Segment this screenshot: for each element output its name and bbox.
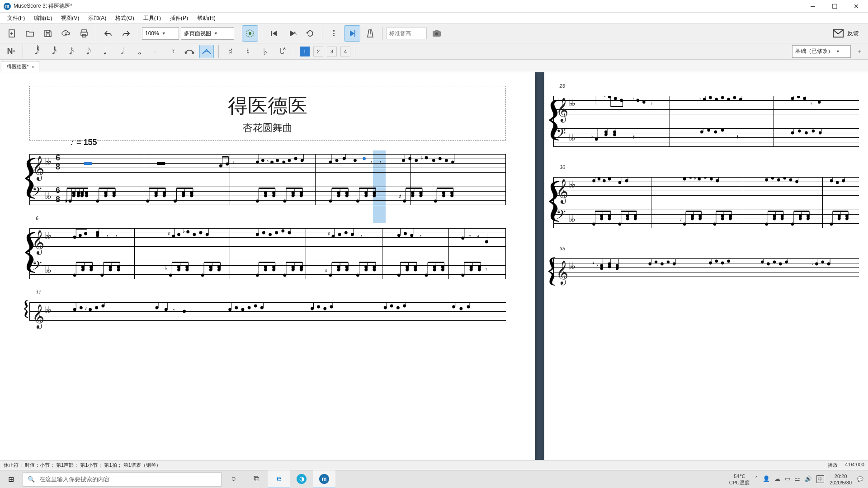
svg-text:𝄽: 𝄽 <box>736 135 738 139</box>
system-p2-1[interactable]: 26 𝄔 𝄞♭♭ ♭♮♮𝄾 ♭ 𝄾 𝄢♭♭ ♭𝄽 𝄽 <box>553 90 859 154</box>
svg-point-139 <box>156 306 159 310</box>
action-center-icon[interactable]: 💬 <box>857 476 863 482</box>
duration-16th-button[interactable]: 𝅘𝅥𝅯 <box>62 45 76 58</box>
dot-button[interactable]: · <box>148 45 162 58</box>
cortana-button[interactable]: ○ <box>222 470 245 488</box>
svg-point-283 <box>608 265 610 268</box>
minimize-button[interactable]: ─ <box>808 3 817 10</box>
duration-32nd-button[interactable]: 𝅘𝅥𝅰 <box>45 45 59 58</box>
document-tab[interactable]: 得医德医* × <box>2 61 39 72</box>
cloud-button[interactable] <box>58 25 74 42</box>
open-button[interactable] <box>22 25 38 42</box>
screenshot-button[interactable] <box>429 25 445 42</box>
tray-ime-icon[interactable]: 中 <box>816 475 824 483</box>
svg-point-116 <box>410 234 413 237</box>
concert-pitch-input[interactable] <box>386 28 427 39</box>
duration-quarter-button[interactable]: 𝅘𝅥 <box>96 45 111 58</box>
flip-button[interactable] <box>275 45 289 58</box>
maximize-button[interactable]: ☐ <box>830 3 839 10</box>
taskbar-search[interactable]: 🔍 在这里输入你要搜索的内容 <box>23 472 222 487</box>
svg-text:𝄾: 𝄾 <box>469 235 471 237</box>
menu-plugins[interactable]: 插件(P) <box>165 13 193 23</box>
new-button[interactable] <box>4 25 20 42</box>
voice-4-button[interactable]: 4 <box>340 47 350 56</box>
loop-button[interactable] <box>302 25 318 42</box>
view-mode-combo[interactable]: 多页面视图▼ <box>181 27 234 40</box>
add-workspace-button[interactable]: + <box>854 47 864 56</box>
flat-button[interactable]: ♭ <box>258 45 272 58</box>
tray-people-icon[interactable]: 👤 <box>763 475 770 483</box>
note-input-mode-button[interactable]: N▾ <box>4 45 18 58</box>
slur-button[interactable] <box>199 45 214 58</box>
system-p2-3[interactable]: 35 𝄔 𝄞♭♭ ♯♯ ♭ <box>553 253 859 294</box>
score-title[interactable]: 得医德医 <box>30 93 505 119</box>
sharp-button[interactable]: ♯ <box>223 45 238 58</box>
tray-wifi-icon[interactable]: ⚍ <box>795 475 800 483</box>
svg-text:𝄾: 𝄾 <box>233 161 235 164</box>
title-frame[interactable]: 得医德医 杏花圆舞曲 <box>29 86 506 141</box>
voice-2-button[interactable]: 2 <box>313 47 323 56</box>
treble-staff[interactable]: 𝄞 ♭♭ 68 ˄ 𝄾 ♯ 𝄾𝄾 ♭ <box>29 154 506 172</box>
score-page-1[interactable]: 得医德医 杏花圆舞曲 ♪ = 155 𝄔 𝄞 ♭♭ 68 <box>0 72 535 460</box>
menu-view[interactable]: 视图(V) <box>57 13 84 23</box>
menu-help[interactable]: 帮助(H) <box>193 13 220 23</box>
menu-format[interactable]: 格式(O) <box>111 13 138 23</box>
score-view[interactable]: 得医德医 杏花圆舞曲 ♪ = 155 𝄔 𝄞 ♭♭ 68 <box>0 72 868 460</box>
tempo-marking[interactable]: ♪ = 155 <box>70 138 97 147</box>
natural-button[interactable]: ♮ <box>241 45 255 58</box>
tab-close-button[interactable]: × <box>31 64 34 70</box>
zoom-combo[interactable]: 100%▼ <box>142 27 179 40</box>
duration-64th-button[interactable]: 𝅘𝅥𝅱 <box>28 45 42 58</box>
edge-taskbar-icon[interactable]: e <box>268 470 290 488</box>
redo-button[interactable] <box>118 25 134 42</box>
system-2[interactable]: 6 𝄔 𝄞♭♭ 𝄾𝄾 ♯♭ ♯𝄾 𝄾 𝄾𝄿 <box>29 223 506 286</box>
svg-point-72 <box>79 234 82 237</box>
svg-point-198 <box>739 98 742 101</box>
svg-point-267 <box>795 180 798 183</box>
menu-file[interactable]: 文件(F) <box>3 13 29 23</box>
feedback-link[interactable]: 反馈 <box>847 29 859 38</box>
midi-button[interactable] <box>242 25 258 42</box>
temperature-widget[interactable]: 54℃ CPU温度 <box>729 473 750 486</box>
svg-point-255 <box>704 177 707 178</box>
repeat-start-button[interactable]: ⦙⦙ <box>326 25 342 42</box>
musescore-taskbar-icon[interactable]: m <box>313 470 335 488</box>
start-button[interactable]: ⊞ <box>0 470 22 488</box>
close-button[interactable]: ✕ <box>852 3 861 10</box>
menu-tools[interactable]: 工具(T) <box>139 13 165 23</box>
app-taskbar-icon[interactable]: ◑ <box>290 470 313 488</box>
metronome-button[interactable] <box>362 25 378 42</box>
menu-bar: 文件(F) 编辑(E) 视图(V) 添加(A) 格式(O) 工具(T) 插件(P… <box>0 13 868 23</box>
bass-staff[interactable]: 𝄢 ♭♭ 68 ♯ <box>29 187 506 205</box>
voice-1-button[interactable]: 1 <box>300 47 310 56</box>
svg-point-30 <box>282 161 285 164</box>
menu-edit[interactable]: 编辑(E) <box>29 13 57 23</box>
duration-8th-button[interactable]: 𝅘𝅥𝅮 <box>79 45 94 58</box>
task-view-button[interactable]: ⧉ <box>245 470 268 488</box>
tray-volume-icon[interactable]: 🔊 <box>805 475 812 483</box>
score-page-2[interactable]: 26 𝄔 𝄞♭♭ ♭♮♮𝄾 ♭ 𝄾 𝄢♭♭ ♭𝄽 𝄽 <box>544 72 868 460</box>
svg-point-172 <box>459 307 462 310</box>
play-repeats-button[interactable] <box>344 25 360 42</box>
print-button[interactable] <box>76 25 92 42</box>
rest-button[interactable]: 𝄾 <box>165 45 179 58</box>
tray-chevron-icon[interactable]: ˄ <box>755 475 758 483</box>
tray-battery-icon[interactable]: ▭ <box>785 475 790 483</box>
duration-half-button[interactable]: 𝅗𝅥 <box>113 45 128 58</box>
workspace-combo[interactable]: 基础（已修改）▼ <box>792 45 851 58</box>
undo-button[interactable] <box>100 25 116 42</box>
score-subtitle[interactable]: 杏花圆舞曲 <box>30 121 505 135</box>
svg-point-25 <box>256 161 259 164</box>
tray-clock[interactable]: 20:20 2020/5/30 <box>830 473 852 486</box>
voice-3-button[interactable]: 3 <box>327 47 337 56</box>
tie-button[interactable] <box>182 45 197 58</box>
system-3[interactable]: 11 𝄔 𝄞♭♭ ♯ 𝄾 <box>29 297 506 324</box>
menu-add[interactable]: 添加(A) <box>84 13 111 23</box>
play-button[interactable]: ↖ <box>284 25 300 42</box>
save-button[interactable] <box>40 25 56 42</box>
rewind-button[interactable] <box>266 25 282 42</box>
tray-onedrive-icon[interactable]: ☁ <box>774 475 780 483</box>
system-1[interactable]: ♪ = 155 𝄔 𝄞 ♭♭ 68 ˄ 𝄾 <box>29 149 506 212</box>
system-p2-2[interactable]: 30 𝄔 𝄞♭♭ ♯ 𝄢♭♭ ♯ <box>553 172 859 235</box>
duration-whole-button[interactable]: 𝅝 <box>131 45 145 58</box>
